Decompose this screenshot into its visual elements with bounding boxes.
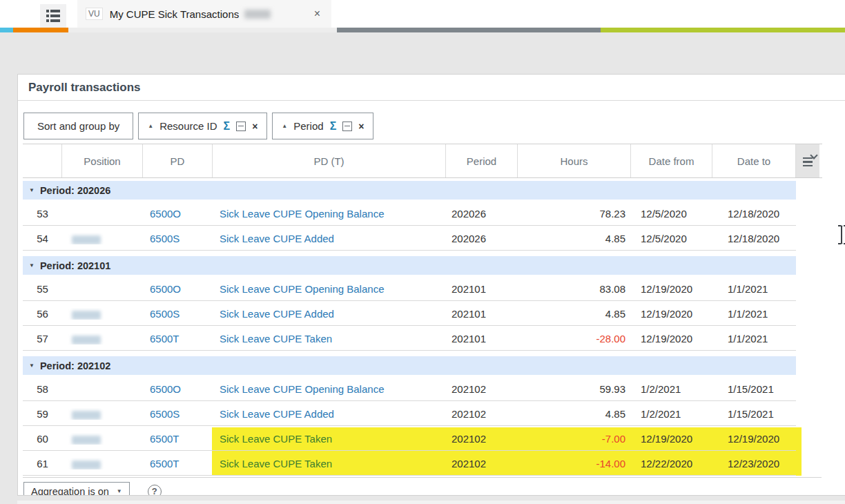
tab-list-button[interactable]	[40, 4, 66, 28]
pd-t-link[interactable]: Sick Leave CUPE Taken	[220, 333, 332, 345]
group-body: 556500OSick Leave CUPE Opening Balance20…	[23, 278, 796, 351]
pd-t-link[interactable]: Sick Leave CUPE Added	[220, 233, 334, 244]
brand-strip-gray	[337, 28, 601, 32]
column-menu-button[interactable]	[796, 144, 819, 177]
cell-pd: 6500S	[143, 308, 213, 320]
pd-t-link[interactable]: Sick Leave CUPE Taken	[220, 433, 332, 445]
column-header-period[interactable]: Period	[446, 144, 518, 177]
tab-my-cupe-sick-transactions[interactable]: VU My CUPE Sick Transactions ×	[77, 0, 331, 28]
cell-date-from: 12/5/2020	[631, 208, 712, 220]
pd-link[interactable]: 6500S	[150, 233, 179, 244]
cell-row-number: 53	[23, 208, 62, 220]
sort-group-toolbar: Sort and group by ▲ Resource ID Σ × ▲ Pe…	[23, 113, 845, 139]
pd-link[interactable]: 6500O	[150, 383, 181, 395]
pd-link[interactable]: 6500T	[150, 333, 179, 345]
group-chip-resource-id[interactable]: ▲ Resource ID Σ ×	[138, 113, 267, 139]
pd-link[interactable]: 6500S	[150, 408, 179, 420]
cell-pd: 6500O	[143, 383, 213, 395]
column-header-hours[interactable]: Hours	[518, 144, 631, 177]
group-label: Period: 202026	[40, 185, 110, 196]
cell-period: 202101	[446, 283, 518, 295]
group-chip-period[interactable]: ▲ Period Σ ×	[272, 113, 373, 139]
cell-position	[62, 308, 143, 320]
pd-link[interactable]: 6500T	[150, 458, 179, 469]
column-header-date-to[interactable]: Date to	[712, 144, 796, 177]
column-header-position[interactable]: Position	[62, 144, 143, 177]
sum-icon[interactable]: Σ	[330, 120, 337, 133]
table-row[interactable]: 616500TSick Leave CUPE Taken202102-14.00…	[23, 452, 796, 476]
caret-down-icon[interactable]: ▼	[29, 362, 35, 369]
cell-pd: 6500O	[143, 283, 213, 295]
column-header-rownum[interactable]	[23, 144, 62, 177]
cell-pd: 6500T	[143, 333, 213, 345]
pd-t-link[interactable]: Sick Leave CUPE Opening Balance	[220, 208, 384, 220]
group-header-row[interactable]: ▼Period: 202102	[23, 356, 796, 375]
table-header-row: Position PD PD (T) Period Hours Date fro…	[23, 144, 822, 178]
collapse-icon[interactable]	[342, 122, 352, 131]
group-header-row[interactable]: ▼Period: 202026	[23, 181, 796, 200]
cell-row-number: 55	[23, 283, 62, 295]
cell-pd-t: Sick Leave CUPE Taken	[213, 458, 446, 469]
collapse-icon[interactable]	[236, 122, 246, 131]
cell-date-to: 1/1/2021	[712, 283, 796, 295]
remove-icon[interactable]: ×	[252, 121, 258, 132]
sum-icon[interactable]: Σ	[224, 120, 231, 133]
cell-pd-t: Sick Leave CUPE Opening Balance	[213, 383, 446, 395]
sort-asc-icon[interactable]: ▲	[148, 123, 153, 129]
cell-hours: 59.93	[518, 383, 631, 395]
table-body: ▼Period: 202026536500OSick Leave CUPE Op…	[23, 181, 796, 476]
pd-t-link[interactable]: Sick Leave CUPE Opening Balance	[220, 383, 384, 395]
pd-link[interactable]: 6500T	[150, 433, 179, 445]
group-header-row[interactable]: ▼Period: 202101	[23, 256, 796, 275]
cell-pd-t: Sick Leave CUPE Added	[213, 308, 446, 320]
cell-date-to: 1/1/2021	[712, 333, 796, 345]
pd-link[interactable]: 6500S	[150, 308, 179, 320]
table-row[interactable]: 566500SSick Leave CUPE Added2021014.8512…	[23, 302, 796, 326]
pd-t-link[interactable]: Sick Leave CUPE Added	[220, 308, 334, 320]
table-row[interactable]: 556500OSick Leave CUPE Opening Balance20…	[23, 278, 796, 301]
cell-period: 202102	[446, 458, 518, 469]
table-row[interactable]: 596500SSick Leave CUPE Added2021024.851/…	[23, 403, 796, 426]
cell-period: 202101	[446, 308, 518, 320]
tab-close-icon[interactable]: ×	[311, 7, 323, 21]
cell-pd: 6500S	[143, 233, 213, 244]
pd-link[interactable]: 6500O	[150, 283, 181, 295]
cell-pd: 6500T	[143, 458, 213, 469]
cell-hours: 4.85	[518, 233, 631, 244]
table-row[interactable]: 576500TSick Leave CUPE Taken202101-28.00…	[23, 327, 796, 351]
cell-date-to: 12/23/2020	[712, 458, 796, 469]
column-header-pd[interactable]: PD	[143, 144, 213, 177]
pd-link[interactable]: 6500O	[150, 208, 181, 220]
cell-hours: 4.85	[518, 408, 631, 420]
tab-title: My CUPE Sick Transactions	[110, 8, 240, 20]
cell-period: 202102	[446, 383, 518, 395]
aggregation-toggle-button[interactable]: Aggregation is on ▼	[23, 482, 130, 496]
caret-down-icon[interactable]: ▼	[29, 262, 35, 269]
caret-down-icon[interactable]: ▼	[29, 187, 35, 193]
column-header-pd-t[interactable]: PD (T)	[213, 144, 446, 177]
table-row[interactable]: 606500TSick Leave CUPE Taken202102-7.001…	[23, 427, 796, 451]
sort-and-group-by-button[interactable]: Sort and group by	[23, 113, 133, 139]
cell-pd-t: Sick Leave CUPE Taken	[213, 433, 446, 445]
pd-t-link[interactable]: Sick Leave CUPE Opening Balance	[220, 283, 384, 295]
cell-position	[62, 333, 143, 345]
cell-row-number: 57	[23, 333, 62, 345]
help-icon[interactable]: ?	[148, 485, 162, 496]
cell-hours: 83.08	[518, 283, 631, 295]
cell-period: 202102	[446, 433, 518, 445]
cell-pd: 6500S	[143, 408, 213, 420]
table-row[interactable]: 546500SSick Leave CUPE Added2020264.8512…	[23, 227, 796, 251]
group-body: 536500OSick Leave CUPE Opening Balance20…	[23, 202, 796, 251]
redacted-value	[72, 461, 101, 469]
cell-date-to: 1/15/2021	[712, 408, 796, 420]
column-header-date-from[interactable]: Date from	[631, 144, 712, 177]
cell-period: 202102	[446, 408, 518, 420]
cell-date-to: 1/15/2021	[712, 383, 796, 395]
table-row[interactable]: 536500OSick Leave CUPE Opening Balance20…	[23, 202, 796, 226]
table-row[interactable]: 586500OSick Leave CUPE Opening Balance20…	[23, 378, 796, 401]
redacted-value	[72, 336, 101, 345]
remove-icon[interactable]: ×	[358, 121, 364, 132]
pd-t-link[interactable]: Sick Leave CUPE Taken	[220, 458, 332, 469]
pd-t-link[interactable]: Sick Leave CUPE Added	[220, 408, 334, 420]
sort-asc-icon[interactable]: ▲	[282, 123, 287, 129]
